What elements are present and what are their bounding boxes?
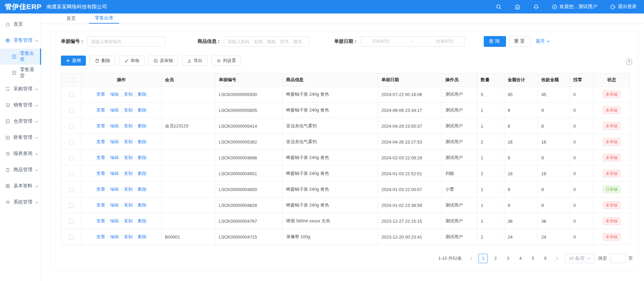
prev-page-button[interactable]: [467, 256, 475, 260]
row-checkbox[interactable]: [69, 219, 74, 224]
action-delete[interactable]: 删除: [138, 92, 146, 97]
product-info-input[interactable]: [224, 36, 309, 46]
action-delete[interactable]: 删除: [138, 187, 146, 192]
search-button[interactable]: 查询: [484, 36, 506, 47]
action-copy[interactable]: 复制: [124, 139, 133, 144]
action-edit[interactable]: 编辑: [110, 234, 119, 239]
logout-button[interactable]: 退出登录: [610, 4, 637, 10]
row-checkbox[interactable]: [69, 108, 74, 113]
sidebar-item-9[interactable]: 商品管理: [0, 162, 41, 178]
action-delete[interactable]: 删除: [138, 107, 146, 113]
column-settings-button[interactable]: 列设置: [211, 56, 241, 66]
action-delete[interactable]: 删除: [138, 123, 146, 128]
row-checkbox[interactable]: [69, 156, 74, 160]
sidebar-item-3[interactable]: 零售退货: [0, 65, 41, 81]
row-checkbox[interactable]: [69, 171, 74, 176]
sidebar-item-0[interactable]: 首页: [0, 16, 41, 32]
page-button-5[interactable]: 5: [528, 254, 538, 263]
action-copy[interactable]: 复制: [124, 171, 133, 176]
row-checkbox[interactable]: [69, 187, 74, 192]
jump-page-input[interactable]: [610, 254, 625, 263]
page-button-6[interactable]: 6: [541, 254, 550, 263]
action-copy[interactable]: 复制: [124, 202, 133, 208]
sidebar-item-10[interactable]: 基本资料: [0, 178, 41, 194]
page-button-2[interactable]: 2: [491, 254, 500, 263]
action-edit[interactable]: 编辑: [110, 107, 119, 113]
sidebar-item-4[interactable]: 采购管理: [0, 81, 41, 97]
sidebar-item-7[interactable]: 财务管理: [0, 129, 41, 146]
action-view[interactable]: 查看: [96, 187, 105, 192]
row-checkbox[interactable]: [69, 92, 74, 97]
next-page-button[interactable]: [553, 256, 561, 260]
action-view[interactable]: 查看: [96, 171, 105, 176]
date-range-picker[interactable]: 开始时间 ~ 结束时间: [361, 36, 465, 46]
action-copy[interactable]: 复制: [124, 218, 133, 223]
action-edit[interactable]: 编辑: [110, 139, 119, 144]
action-edit[interactable]: 编辑: [110, 123, 119, 128]
action-copy[interactable]: 复制: [124, 187, 133, 192]
date-end-placeholder[interactable]: 结束时间: [436, 38, 453, 44]
expand-link[interactable]: 展开: [536, 38, 550, 44]
bill-no-input[interactable]: [87, 36, 165, 46]
action-copy[interactable]: 复制: [124, 92, 133, 97]
search-icon[interactable]: [496, 4, 502, 10]
action-copy[interactable]: 复制: [124, 155, 133, 160]
row-checkbox[interactable]: [69, 140, 74, 145]
sidebar-item-5[interactable]: 销售管理: [0, 97, 41, 113]
bell-icon[interactable]: [533, 4, 539, 10]
header-actions: 欢迎您，测试用户 退出登录: [496, 4, 644, 10]
action-view[interactable]: 查看: [96, 155, 105, 160]
action-view[interactable]: 查看: [96, 218, 105, 223]
unaudit-button[interactable]: 反审核: [148, 56, 178, 66]
action-view[interactable]: 查看: [96, 92, 105, 97]
action-delete[interactable]: 删除: [138, 139, 146, 144]
action-view[interactable]: 查看: [96, 202, 105, 208]
welcome-user[interactable]: 欢迎您，测试用户: [552, 4, 597, 10]
action-edit[interactable]: 编辑: [110, 218, 119, 223]
action-view[interactable]: 查看: [96, 107, 105, 113]
help-icon[interactable]: ?: [626, 59, 632, 65]
action-edit[interactable]: 编辑: [110, 92, 119, 97]
select-all-checkbox[interactable]: [69, 78, 74, 83]
row-checkbox[interactable]: [69, 235, 74, 240]
row-checkbox[interactable]: [69, 124, 74, 129]
cell-date: 2024-01-03 22:00:57: [378, 182, 442, 197]
action-delete[interactable]: 删除: [138, 218, 146, 223]
reset-button[interactable]: 重置: [509, 36, 531, 47]
action-delete[interactable]: 删除: [138, 171, 146, 176]
delete-button[interactable]: 删除: [90, 56, 115, 66]
action-copy[interactable]: 复制: [124, 107, 133, 113]
action-view[interactable]: 查看: [96, 139, 105, 144]
action-delete[interactable]: 删除: [138, 155, 146, 160]
action-edit[interactable]: 编辑: [110, 202, 119, 208]
row-checkbox[interactable]: [69, 203, 74, 208]
page-button-1[interactable]: 1: [478, 254, 488, 263]
page-button-4[interactable]: 4: [516, 254, 525, 263]
sidebar-item-11[interactable]: 系统管理: [0, 194, 41, 210]
page-button-3[interactable]: 3: [503, 254, 513, 263]
add-button[interactable]: 新增: [61, 56, 86, 66]
date-start-placeholder[interactable]: 开始时间: [372, 38, 389, 44]
bank-icon[interactable]: [514, 4, 520, 10]
export-button[interactable]: 导出: [182, 56, 207, 66]
tab-home[interactable]: 首页: [61, 13, 81, 24]
action-delete[interactable]: 删除: [138, 234, 146, 239]
page-size-select[interactable]: 10 条/页: [564, 254, 595, 263]
action-edit[interactable]: 编辑: [110, 171, 119, 176]
sidebar-item-8[interactable]: 报表查询: [0, 146, 41, 162]
sidebar-item-1[interactable]: 零售管理: [0, 32, 41, 49]
action-copy[interactable]: 复制: [124, 234, 133, 239]
sidebar-item-2[interactable]: 零售出库: [0, 49, 41, 65]
tab-retail-outbound[interactable]: 零售出库: [89, 13, 119, 24]
audit-button[interactable]: 审核: [119, 56, 144, 66]
action-separator: [107, 140, 108, 144]
action-copy[interactable]: 复制: [124, 123, 133, 128]
action-view[interactable]: 查看: [96, 234, 105, 239]
action-delete[interactable]: 删除: [138, 202, 146, 208]
action-edit[interactable]: 编辑: [110, 155, 119, 160]
action-edit[interactable]: 编辑: [110, 187, 119, 192]
sidebar-item-6[interactable]: 仓库管理: [0, 113, 41, 129]
cell-checkbox: [61, 182, 81, 197]
action-view[interactable]: 查看: [96, 123, 105, 128]
cell-actions: 查看编辑复制删除: [81, 182, 162, 197]
